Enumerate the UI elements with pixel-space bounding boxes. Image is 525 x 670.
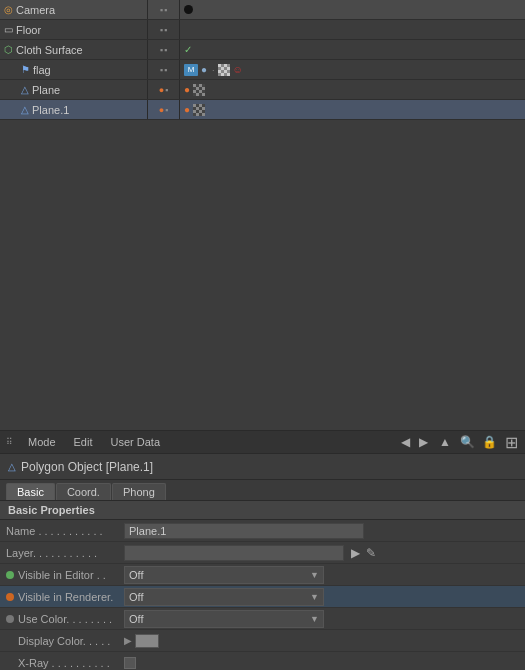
nav-right-icon[interactable]: ▶ (415, 434, 431, 450)
lock-icon[interactable]: 🔒 (481, 434, 497, 450)
camera-dot (184, 5, 193, 14)
display-color-arrow[interactable]: ▶ (124, 635, 132, 646)
scene-row-plane[interactable]: △ Plane ● ▪ ● (0, 80, 525, 100)
plane1-rest: ● (180, 100, 525, 119)
flag-name: ⚑ flag (0, 60, 148, 79)
camera-icon: ◎ (4, 4, 13, 15)
cloth-rest: ✓ (180, 40, 525, 59)
plane-icon: △ (21, 84, 29, 95)
plane-checker (193, 84, 205, 96)
tab-coord[interactable]: Coord. (56, 483, 111, 500)
vis-editor-arrow: ▼ (310, 570, 319, 580)
flag-icons: ▪ ▪ (148, 60, 180, 79)
flag-tag-blue: M (184, 64, 198, 76)
flag-label: flag (33, 64, 51, 76)
mode-button[interactable]: Mode (25, 435, 59, 449)
prop-vis-renderer-value: Off ▼ (124, 588, 519, 606)
use-color-dropdown[interactable]: Off ▼ (124, 610, 324, 628)
prop-name-label: Name . . . . . . . . . . . (6, 525, 124, 537)
scene-row-floor[interactable]: ▭ Floor ▪ ▪ (0, 20, 525, 40)
prop-vis-editor-row: Visible in Editor . . Off ▼ (0, 564, 525, 586)
name-input[interactable] (124, 523, 364, 539)
plane-vis2: ▪ (165, 85, 168, 95)
prop-layer-label: Layer. . . . . . . . . . . (6, 547, 124, 559)
tab-bar: Basic Coord. Phong (0, 480, 525, 501)
toolbar-bar: ⠿ Mode Edit User Data ◀ ▶ ▲ 🔍 🔒 ⊞ (0, 430, 525, 454)
plane1-checker (193, 104, 205, 116)
camera-vis1: ▪ (160, 5, 163, 15)
edit-button[interactable]: Edit (71, 435, 96, 449)
flag-icon: ⚑ (21, 64, 30, 75)
display-color-swatch[interactable] (135, 634, 159, 648)
use-color-dot (6, 615, 14, 623)
plane1-dot: ● (184, 104, 190, 115)
props-title: Polygon Object [Plane.1] (21, 460, 153, 474)
plane-vis1: ● (159, 85, 164, 95)
floor-vis1: ▪ (160, 25, 163, 35)
prop-xray-label: X-Ray . . . . . . . . . . (6, 657, 124, 669)
vis-renderer-arrow: ▼ (310, 592, 319, 602)
tab-phong[interactable]: Phong (112, 483, 166, 500)
flag-vis1: ▪ (160, 65, 163, 75)
scene-empty-area (0, 120, 525, 410)
layer-input[interactable] (124, 545, 344, 561)
flag-dot-icon: ● (201, 64, 207, 75)
use-color-arrow: ▼ (310, 614, 319, 624)
prop-use-color-row: Use Color. . . . . . . . Off ▼ (0, 608, 525, 630)
camera-name: ◎ Camera (0, 0, 148, 19)
prop-xray-row: X-Ray . . . . . . . . . . (0, 652, 525, 670)
toolbar-right: ◀ ▶ ▲ 🔍 🔒 ⊞ (397, 434, 519, 450)
cloth-icon: ⬡ (4, 44, 13, 55)
plane-rest: ● (180, 80, 525, 99)
prop-display-color-row: Display Color. . . . . ▶ (0, 630, 525, 652)
userdata-button[interactable]: User Data (108, 435, 164, 449)
flag-vis2: ▪ (164, 65, 167, 75)
plane1-icons: ● ▪ (148, 100, 180, 119)
camera-rest (180, 0, 525, 19)
layer-edit-btn[interactable]: ✎ (366, 546, 376, 560)
cloth-vis1: ▪ (160, 45, 163, 55)
basic-props-header: Basic Properties (0, 501, 525, 520)
cloth-icons: ▪ ▪ (148, 40, 180, 59)
layer-arrow-btn[interactable]: ▶ (347, 545, 363, 561)
nav-up-icon[interactable]: ▲ (437, 434, 453, 450)
plane-icons: ● ▪ (148, 80, 180, 99)
vis-editor-dropdown[interactable]: Off ▼ (124, 566, 324, 584)
vis-renderer-dropdown[interactable]: Off ▼ (124, 588, 324, 606)
plane1-vis2: ▪ (165, 105, 168, 115)
camera-vis2: ▪ (164, 5, 167, 15)
prop-vis-renderer-label: Visible in Renderer. (6, 591, 124, 603)
camera-label: Camera (16, 4, 55, 16)
prop-use-color-value: Off ▼ (124, 610, 519, 628)
nav-left-icon[interactable]: ◀ (397, 434, 413, 450)
vis-renderer-dot (6, 593, 14, 601)
toolbar-drag-icon: ⠿ (6, 437, 13, 447)
scene-row-flag[interactable]: ⚑ flag ▪ ▪ M ● · ☺ (0, 60, 525, 80)
camera-icons: ▪ ▪ (148, 0, 180, 19)
plane-dot: ● (184, 84, 190, 95)
scene-row-cloth[interactable]: ⬡ Cloth Surface ▪ ▪ ✓ (0, 40, 525, 60)
prop-use-color-label: Use Color. . . . . . . . (6, 613, 124, 625)
floor-icon: ▭ (4, 24, 13, 35)
scene-row-camera[interactable]: ◎ Camera ▪ ▪ (0, 0, 525, 20)
vis-editor-dot (6, 571, 14, 579)
props-header: △ Polygon Object [Plane.1] (0, 454, 525, 480)
prop-layer-row: Layer. . . . . . . . . . . ▶ ✎ (0, 542, 525, 564)
cloth-check: ✓ (184, 44, 192, 55)
xray-checkbox[interactable] (124, 657, 136, 669)
floor-name: ▭ Floor (0, 20, 148, 39)
prop-name-value (124, 523, 519, 539)
tab-basic[interactable]: Basic (6, 483, 55, 500)
search-icon[interactable]: 🔍 (459, 434, 475, 450)
prop-vis-renderer-row: Visible in Renderer. Off ▼ (0, 586, 525, 608)
props-obj-icon: △ (8, 461, 16, 472)
prop-layer-value: ▶ ✎ (124, 545, 519, 561)
plane1-name: △ Plane.1 (0, 100, 148, 119)
prop-xray-value (124, 657, 519, 669)
scene-row-plane1[interactable]: △ Plane.1 ● ▪ ● (0, 100, 525, 120)
scene-panel: ◎ Camera ▪ ▪ ▭ Floor ▪ ▪ ⬡ Cloth Surface… (0, 0, 525, 430)
plane-name: △ Plane (0, 80, 148, 99)
floor-rest (180, 20, 525, 39)
dots-icon[interactable]: ⊞ (503, 434, 519, 450)
flag-checker1 (218, 64, 230, 76)
